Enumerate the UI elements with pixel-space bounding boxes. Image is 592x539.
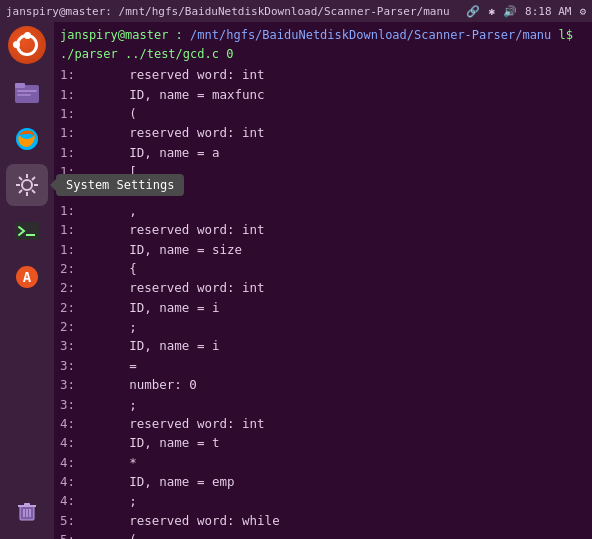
files-icon [13, 79, 41, 107]
system-tray: 🔗 ✱ 🔊 8:18 AM ⚙ [466, 5, 586, 18]
output-line: 5: reserved word: while [60, 511, 586, 530]
terminal-output: janspiry@master : /mnt/hgfs/BaiduNetdisk… [54, 22, 592, 539]
output-line: 1: ID, name = size [60, 240, 586, 259]
svg-rect-14 [15, 222, 39, 240]
network-icon: 🔗 [466, 5, 480, 18]
svg-text:A: A [23, 269, 32, 285]
sidebar-item-trash[interactable] [6, 489, 48, 531]
sidebar-item-system-settings[interactable]: System Settings [6, 164, 48, 206]
svg-line-10 [19, 177, 22, 180]
output-line: 2: { [60, 259, 586, 278]
svg-line-12 [32, 177, 35, 180]
output-line: 1: reserved word: int [60, 123, 586, 142]
ubuntu-logo-inner [16, 34, 38, 56]
output-line: 1: ] [60, 181, 586, 200]
system-settings-icon [13, 171, 41, 199]
output-line: 1: ID, name = a [60, 143, 586, 162]
ubuntu-logo-icon [8, 26, 46, 64]
terminal-icon [13, 217, 41, 245]
output-line: 2: ID, name = i [60, 298, 586, 317]
output-line: 2: reserved word: int [60, 278, 586, 297]
svg-rect-1 [15, 83, 25, 88]
output-line: 3: = [60, 356, 586, 375]
output-line: 4: ID, name = emp [60, 472, 586, 491]
volume-icon: 🔊 [503, 5, 517, 18]
output-line: 5: ( [60, 530, 586, 539]
output-line: 1: ID, name = maxfunc [60, 85, 586, 104]
output-line: 1: [ [60, 162, 586, 181]
output-line: 4: reserved word: int [60, 414, 586, 433]
output-line: 1: reserved word: int [60, 65, 586, 84]
output-line: 4: ; [60, 491, 586, 510]
top-bar: janspiry@master: /mnt/hgfs/BaiduNetdiskD… [0, 0, 592, 22]
software-center-icon: A [13, 263, 41, 291]
firefox-icon [13, 125, 41, 153]
main-content: System Settings A [0, 22, 592, 539]
output-line: 2: ; [60, 317, 586, 336]
trash-icon [13, 496, 41, 524]
svg-rect-20 [24, 503, 30, 506]
output-line: 4: * [60, 453, 586, 472]
svg-point-5 [22, 180, 32, 190]
sidebar-item-terminal[interactable] [6, 210, 48, 252]
bluetooth-icon: ✱ [488, 5, 495, 18]
sidebar-item-ubuntu[interactable] [6, 26, 48, 68]
prompt-path: /mnt/hgfs/BaiduNetdiskDownload/Scanner-P… [190, 28, 551, 42]
svg-rect-2 [17, 90, 37, 92]
terminal-window[interactable]: janspiry@master : /mnt/hgfs/BaiduNetdisk… [54, 22, 592, 539]
output-line: 1: , [60, 201, 586, 220]
prompt-separator: : [176, 28, 183, 42]
time-display: 8:18 AM [525, 5, 571, 18]
output-line: 1: reserved word: int [60, 220, 586, 239]
sidebar-item-software-center[interactable]: A [6, 256, 48, 298]
output-line: 3: number: 0 [60, 375, 586, 394]
svg-line-11 [32, 190, 35, 193]
sidebar-item-files[interactable] [6, 72, 48, 114]
window-title: janspiry@master: /mnt/hgfs/BaiduNetdiskD… [6, 5, 460, 18]
settings-icon[interactable]: ⚙ [579, 5, 586, 18]
prompt-user: janspiry@master [60, 28, 168, 42]
output-line: 4: ID, name = t [60, 433, 586, 452]
output-line: 3: ; [60, 395, 586, 414]
sidebar: System Settings A [0, 22, 54, 539]
output-line: 1: ( [60, 104, 586, 123]
svg-line-13 [19, 190, 22, 193]
sidebar-item-firefox[interactable] [6, 118, 48, 160]
output-line: 3: ID, name = i [60, 336, 586, 355]
prompt-line: janspiry@master : /mnt/hgfs/BaiduNetdisk… [60, 26, 586, 63]
svg-rect-3 [17, 94, 31, 96]
